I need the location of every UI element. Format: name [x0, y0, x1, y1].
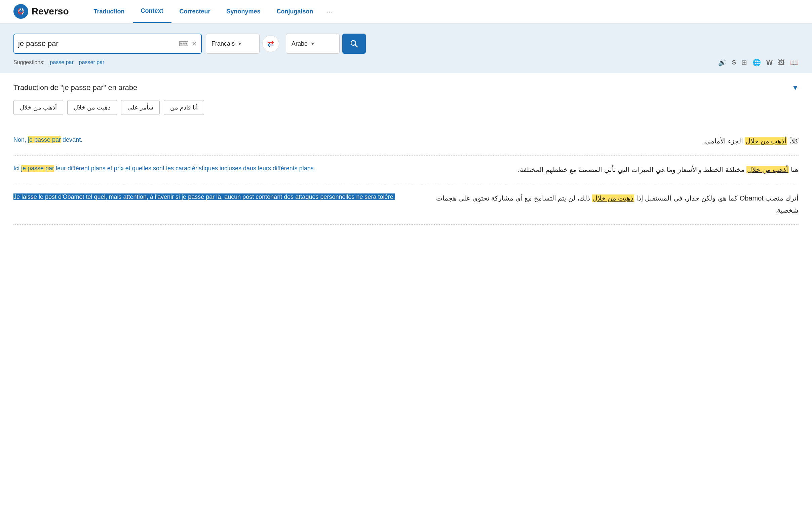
- search-row: ⌨ ✕ Français ▼ Arabe ▼: [13, 34, 799, 54]
- search-area: ⌨ ✕ Français ▼ Arabe ▼ Suggestions: pass…: [0, 24, 812, 73]
- chips-row: أذهب من خلال ذهبت من خلال سأمر على أنا ق…: [13, 100, 799, 115]
- image-icon[interactable]: 🖼: [778, 59, 785, 66]
- result-1-right: كلاً، أذهب من خلال الجزء الأمامي.: [416, 135, 799, 147]
- svg-point-0: [15, 5, 27, 17]
- result-3-selected-text: Je laisse le post d'Obamot tel quel, mai…: [13, 194, 395, 200]
- chip-3[interactable]: سأمر على: [121, 100, 160, 115]
- source-lang-selector[interactable]: Français ▼: [206, 34, 260, 54]
- suggestion-icons: 🔊 S ⊞ 🌐 W 🖼 📖: [718, 58, 799, 66]
- main-content: Traduction de "je passe par" en arabe ▼ …: [0, 73, 812, 235]
- suggestion-1[interactable]: passe par: [50, 59, 74, 65]
- result-3-right: أترك منصب Obamot كما هو، ولكن حذار، في ا…: [416, 192, 799, 216]
- translation-highlight-3: ذهبت من خلال: [592, 194, 634, 202]
- source-lang-arrow: ▼: [237, 41, 242, 46]
- result-item-3: Je laisse le post d'Obamot tel quel, mai…: [13, 184, 799, 225]
- logo-text: Reverso: [32, 6, 69, 17]
- target-lang-selector[interactable]: Arabe ▼: [286, 34, 339, 54]
- target-lang-label: Arabe: [291, 40, 308, 47]
- result-2-right: هنا أذهب من خلال مختلفة الخطط والأسعار و…: [416, 164, 799, 176]
- nav-item-correcteur[interactable]: Correcteur: [172, 0, 219, 23]
- result-1-left-text: Non, je passe par devant.: [13, 136, 82, 143]
- translation-highlight-1: أذهب من خلال: [745, 137, 787, 145]
- collapse-icon[interactable]: ▼: [792, 84, 799, 92]
- translation-title-text: Traduction de "je passe par" en arabe: [13, 83, 137, 92]
- result-2-right-text: هنا أذهب من خلال مختلفة الخطط والأسعار و…: [518, 166, 799, 173]
- main-nav: Traduction Context Correcteur Synonymes …: [86, 0, 799, 23]
- header: Reverso Traduction Context Correcteur Sy…: [0, 0, 812, 24]
- result-item-1: Non, je passe par devant. كلاً، أذهب من …: [13, 127, 799, 155]
- svg-line-2: [355, 45, 358, 47]
- nav-item-context[interactable]: Context: [133, 0, 172, 23]
- source-lang-label: Français: [212, 40, 235, 47]
- search-button[interactable]: [342, 34, 366, 54]
- suggestion-2[interactable]: passer par: [79, 59, 104, 65]
- book-icon[interactable]: 📖: [790, 58, 799, 66]
- audio-icon[interactable]: 🔊: [718, 58, 727, 66]
- wikipedia-icon[interactable]: W: [766, 59, 773, 66]
- result-item-2: Ici je passe par leur différent plans et…: [13, 155, 799, 184]
- result-1-left: Non, je passe par devant.: [13, 135, 396, 145]
- translation-highlight-2: أذهب من خلال: [746, 166, 789, 173]
- translation-title-row: Traduction de "je passe par" en arabe ▼: [13, 83, 799, 92]
- search-input-wrapper: ⌨ ✕: [13, 34, 202, 54]
- result-3-right-text: أترك منصب Obamot كما هو، ولكن حذار، في ا…: [436, 194, 799, 214]
- chip-2[interactable]: ذهبت من خلال: [67, 100, 117, 115]
- highlight-1: je passe par: [28, 136, 61, 143]
- nav-more[interactable]: ···: [321, 0, 338, 23]
- suggestions-label: Suggestions:: [13, 59, 45, 65]
- result-1-right-text: كلاً، أذهب من خلال الجزء الأمامي.: [704, 137, 799, 145]
- result-2-left: Ici je passe par leur différent plans et…: [13, 164, 396, 173]
- nav-item-synonymes[interactable]: Synonymes: [219, 0, 269, 23]
- chip-4[interactable]: أنا قادم من: [164, 100, 204, 115]
- highlight-2: je passe par: [21, 165, 54, 171]
- nav-item-conjugaison[interactable]: Conjugaison: [269, 0, 321, 23]
- search-input[interactable]: [18, 39, 176, 48]
- result-3-left: Je laisse le post d'Obamot tel quel, mai…: [13, 192, 396, 202]
- logo-icon: [13, 4, 28, 19]
- globe-icon[interactable]: 🌐: [753, 58, 761, 66]
- result-2-left-text: Ici je passe par leur différent plans et…: [13, 165, 315, 171]
- clear-icon[interactable]: ✕: [191, 40, 197, 48]
- nav-item-traduction[interactable]: Traduction: [86, 0, 133, 23]
- s-icon[interactable]: S: [732, 59, 736, 66]
- suggestions-row: Suggestions: passe par passer par 🔊 S ⊞ …: [13, 58, 799, 66]
- chip-1[interactable]: أذهب من خلال: [13, 100, 63, 115]
- keyboard-icon[interactable]: ⌨: [179, 40, 189, 48]
- grid-icon[interactable]: ⊞: [741, 58, 747, 66]
- target-lang-arrow: ▼: [310, 41, 315, 46]
- swap-button[interactable]: [262, 35, 279, 52]
- logo[interactable]: Reverso: [13, 4, 69, 19]
